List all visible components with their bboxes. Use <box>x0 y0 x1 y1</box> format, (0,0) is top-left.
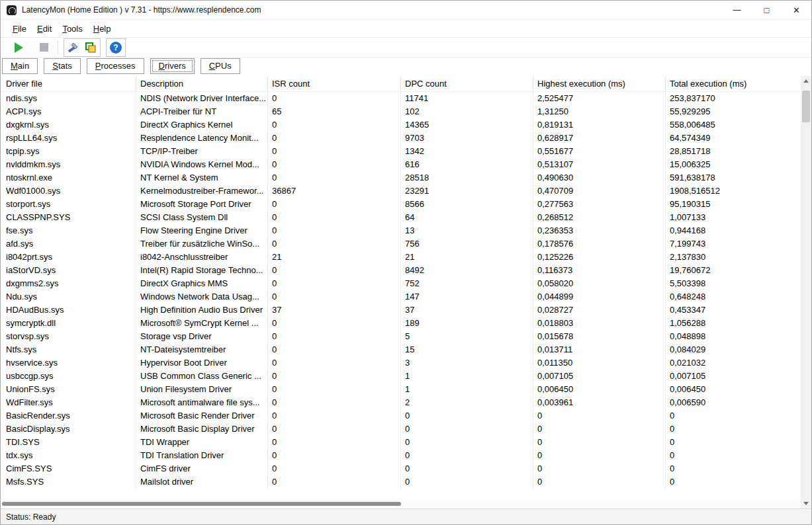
table-row[interactable]: hvservice.sys Hypervisor Boot Driver 0 3… <box>1 356 801 370</box>
tab[interactable]: Stats <box>44 58 81 74</box>
stay-on-top-button[interactable] <box>82 40 99 56</box>
vertical-scrollbar-thumb[interactable] <box>802 91 810 122</box>
table-row[interactable]: dxgkrnl.sys DirectX Graphics Kernel 0 14… <box>1 118 801 132</box>
tab[interactable]: CPUs <box>201 58 240 74</box>
cell-highest-execution: 0 <box>533 462 666 475</box>
toolbar-group-help: ? <box>106 38 126 57</box>
cell-highest-execution: 0 <box>533 475 666 489</box>
table-row[interactable]: Ntfs.sys NT-Dateisystemtreiber 0 15 0,01… <box>1 343 801 356</box>
vertical-scrollbar[interactable] <box>801 76 811 508</box>
cell-isr-count: 0 <box>268 330 401 343</box>
cell-driver-file: symcryptk.dll <box>1 317 136 330</box>
table-row[interactable]: WdFilter.sys Microsoft antimalware file … <box>1 396 801 409</box>
tab[interactable]: Processes <box>87 58 144 74</box>
stop-icon <box>40 43 48 52</box>
cell-total-execution: 591,638178 <box>666 171 801 184</box>
table-row[interactable]: nvlddmkm.sys NVIDIA Windows Kernel Mod..… <box>1 158 801 171</box>
table-row[interactable]: UnionFS.sys Union Filesystem Driver 0 1 … <box>1 383 801 396</box>
table-row[interactable]: ndis.sys NDIS (Network Driver Interface.… <box>1 92 801 105</box>
scroll-down-arrow-icon[interactable] <box>801 499 811 508</box>
cell-driver-file: CLASSPNP.SYS <box>1 211 136 224</box>
cell-isr-count: 0 <box>268 449 401 462</box>
table-row[interactable]: tdx.sys TDI Translation Driver 0 0 0 0 <box>1 449 801 462</box>
cell-isr-count: 0 <box>268 370 401 383</box>
table-row[interactable]: symcryptk.dll Microsoft® SymCrypt Kernel… <box>1 317 801 330</box>
table-row[interactable]: storport.sys Microsoft Storage Port Driv… <box>1 198 801 211</box>
tab[interactable]: Main <box>2 58 38 74</box>
cell-isr-count: 0 <box>268 92 401 105</box>
menu-item[interactable]: File <box>7 22 32 36</box>
table-row[interactable]: iaStorVD.sys Intel(R) Rapid Storage Tech… <box>1 264 801 277</box>
stop-monitor-button[interactable] <box>35 40 52 56</box>
column-header[interactable]: ISR count <box>268 76 401 91</box>
scroll-up-arrow-icon[interactable] <box>801 76 811 86</box>
cell-description: Microsoft antimalware file sys... <box>136 396 268 409</box>
cell-total-execution: 19,760672 <box>666 264 801 277</box>
table-row[interactable]: HDAudBus.sys High Definition Audio Bus D… <box>1 303 801 317</box>
table-row[interactable]: TDI.SYS TDI Wrapper 0 0 0 0 <box>1 436 801 449</box>
table-row[interactable]: ntoskrnl.exe NT Kernel & System 0 28518 … <box>1 171 801 184</box>
cell-dpc-count: 1 <box>401 370 533 383</box>
table-row[interactable]: storvsp.sys Storage vsp Driver 0 5 0,015… <box>1 330 801 343</box>
menu-item[interactable]: Edit <box>32 22 57 36</box>
horizontal-scrollbar-thumb[interactable] <box>2 502 401 506</box>
table-row[interactable]: BasicDisplay.sys Microsoft Basic Display… <box>1 423 801 436</box>
horizontal-scrollbar[interactable] <box>1 499 801 508</box>
cell-highest-execution: 0,277563 <box>533 198 666 211</box>
cell-total-execution: 0,021032 <box>666 356 801 370</box>
cell-total-execution: 95,190315 <box>666 198 801 211</box>
table-row[interactable]: Msfs.SYS Mailslot driver 0 0 0 0 <box>1 475 801 489</box>
table-row[interactable]: fse.sys Flow Steering Engine Driver 0 13… <box>1 224 801 237</box>
column-header[interactable]: Description <box>136 76 268 91</box>
cell-dpc-count: 64 <box>401 211 533 224</box>
help-button[interactable]: ? <box>107 40 124 56</box>
cell-dpc-count: 1 <box>401 383 533 396</box>
column-header[interactable]: Highest execution (ms) <box>533 76 666 91</box>
table-row[interactable]: usbccgp.sys USB Common Class Generic ...… <box>1 370 801 383</box>
cell-highest-execution: 0,125226 <box>533 251 666 264</box>
column-header[interactable]: DPC count <box>401 76 533 91</box>
titlebar: LatencyMon (Home Edition ) v 7.31 - http… <box>1 1 811 20</box>
close-button[interactable]: ✕ <box>782 1 811 19</box>
tab[interactable]: Drivers <box>150 58 195 74</box>
cell-description: Mailslot driver <box>136 475 268 489</box>
menubar: File Edit Tools Help <box>1 20 811 38</box>
table-body: ndis.sys NDIS (Network Driver Interface.… <box>1 92 801 489</box>
cell-driver-file: ntoskrnl.exe <box>1 171 136 184</box>
table-row[interactable]: tcpip.sys TCP/IP-Treiber 0 1342 0,551677… <box>1 145 801 158</box>
cell-driver-file: WdFilter.sys <box>1 396 136 409</box>
table-header: Driver file Description ISR count DPC co… <box>1 76 801 92</box>
drivers-panel: Driver file Description ISR count DPC co… <box>1 76 811 508</box>
cell-description: DirectX Graphics MMS <box>136 277 268 290</box>
cell-driver-file: tdx.sys <box>1 449 136 462</box>
table-row[interactable]: CLASSPNP.SYS SCSI Class System Dll 0 64 … <box>1 211 801 224</box>
table-row[interactable]: Wdf01000.sys Kernelmodustreiber-Framewor… <box>1 184 801 198</box>
table-row[interactable]: ACPI.sys ACPI-Treiber für NT 65 102 1,31… <box>1 105 801 118</box>
table-row[interactable]: rspLLL64.sys Resplendence Latency Monit.… <box>1 132 801 145</box>
cell-highest-execution: 0,058020 <box>533 277 666 290</box>
cell-highest-execution: 0,018803 <box>533 317 666 330</box>
menu-item[interactable]: Tools <box>57 22 87 36</box>
table-row[interactable]: Ndu.sys Windows Network Data Usag... 0 1… <box>1 290 801 303</box>
start-monitor-button[interactable] <box>10 40 27 56</box>
table-row[interactable]: CimFS.SYS CimFS driver 0 0 0 0 <box>1 462 801 475</box>
table-row[interactable]: i8042prt.sys i8042-Anschlusstreiber 21 2… <box>1 251 801 264</box>
cell-dpc-count: 0 <box>401 423 533 436</box>
options-button[interactable] <box>65 40 82 56</box>
cell-isr-count: 0 <box>268 436 401 449</box>
table-row[interactable]: BasicRender.sys Microsoft Basic Render D… <box>1 409 801 423</box>
cell-dpc-count: 8492 <box>401 264 533 277</box>
column-header[interactable]: Total execution (ms) <box>666 76 801 91</box>
cell-total-execution: 0,084029 <box>666 343 801 356</box>
minimize-button[interactable]: — <box>722 1 752 19</box>
table-row[interactable]: dxgmms2.sys DirectX Graphics MMS 0 752 0… <box>1 277 801 290</box>
windows-icon <box>85 42 97 54</box>
menu-item[interactable]: Help <box>88 22 116 36</box>
cell-highest-execution: 0,013711 <box>533 343 666 356</box>
cell-dpc-count: 13 <box>401 224 533 237</box>
cell-dpc-count: 37 <box>401 303 533 317</box>
table-row[interactable]: afd.sys Treiber für zusätzliche WinSo...… <box>1 237 801 251</box>
cell-dpc-count: 752 <box>401 277 533 290</box>
column-header[interactable]: Driver file <box>1 76 136 91</box>
maximize-button[interactable]: □ <box>752 1 782 19</box>
